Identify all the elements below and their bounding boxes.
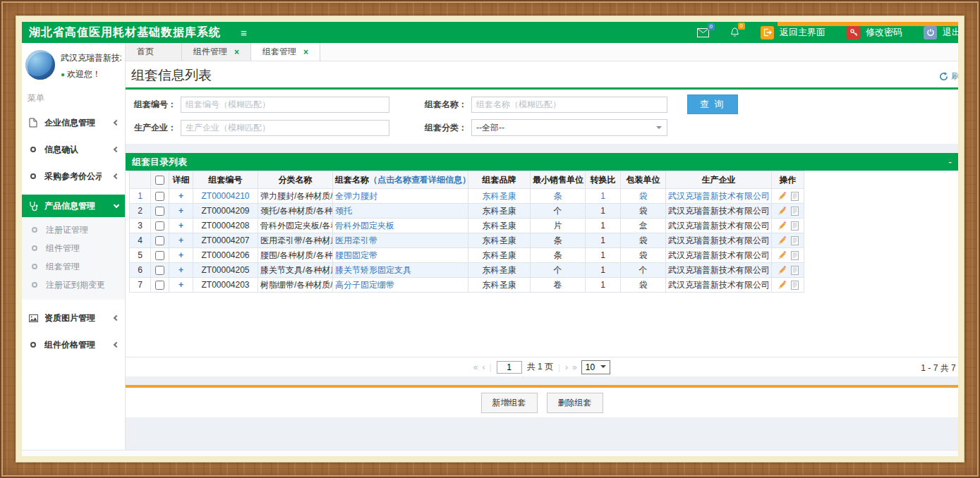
manufacturer-input[interactable] [181,120,389,136]
bell-icon[interactable]: 0 [730,27,739,37]
sidebar-item-reference-price[interactable]: 采购参考价公示 [22,168,125,185]
min-sale-unit: 条 [531,248,586,263]
table-header-row: 详细 组套编号 分类名称 组套名称（点击名称查看详细信息） 组套品牌 最小销售单… [130,171,804,189]
document-icon[interactable] [791,281,799,290]
avatar[interactable] [25,50,55,80]
table-row[interactable]: 1 + ZT00004210 弹力腰封/各种材质/各种规格 全弹力腰封 东科圣康… [130,189,804,204]
edit-icon[interactable] [778,207,787,216]
last-page-button[interactable]: » [572,362,576,372]
set-name-link[interactable]: 膝关节矫形固定支具 [335,265,411,275]
sidebar-item-enterprise-info[interactable]: 企业信息管理 [22,114,125,131]
row-actions [772,233,804,248]
prev-page-button[interactable]: ‹ [483,362,485,372]
first-page-button[interactable]: « [473,362,478,372]
tab-component-mgmt[interactable]: 组件管理× [182,43,251,61]
total-pages-label: 共 1 页 [527,361,553,373]
set-name-link[interactable]: 骨科外固定夹板 [335,221,394,231]
row-checkbox[interactable] [155,207,164,216]
edit-icon[interactable] [778,192,787,201]
document-icon[interactable] [791,207,799,216]
power-icon [924,26,937,39]
row-checkbox[interactable] [155,192,164,201]
sidebar-item-info-confirm[interactable]: 信息确认 [22,141,125,158]
query-button[interactable]: 查 询 [687,94,738,114]
app-screen: 湖北省高值医用耗材基础数据库系统 ≡ 0 0 返回主界面 修改密码 [22,22,958,456]
bell-badge: 0 [738,23,745,30]
set-name-link[interactable]: 全弹力腰封 [335,191,377,201]
close-icon[interactable]: × [303,47,308,57]
expand-button[interactable]: + [169,219,193,233]
document-icon[interactable] [791,266,799,275]
edit-icon[interactable] [778,221,787,231]
row-index: 6 [130,263,151,278]
edit-icon[interactable] [778,236,787,245]
exit-icon [761,26,774,39]
sidebar-item-set-mgmt[interactable]: 组套管理 [22,257,125,276]
close-icon[interactable]: × [234,47,239,57]
set-name-link[interactable]: 腰围固定带 [335,250,377,260]
add-set-button[interactable]: 新增组套 [481,393,538,413]
chevron-left-icon [114,173,119,179]
table-row[interactable]: 6 + ZT00004205 膝关节支具/各种材质/各种规格 膝关节矫形固定支具… [130,263,804,278]
row-checkbox[interactable] [155,236,164,245]
collapse-button[interactable]: - [948,157,952,168]
tab-home[interactable]: 首页 [126,43,182,61]
select-all-checkbox[interactable] [155,176,164,185]
edit-icon[interactable] [778,281,787,290]
hamburger-icon[interactable]: ≡ [241,27,247,38]
table-row[interactable]: 7 + ZT00004203 树脂绷带/各种材质/各种规格 高分子固定绷带 东科… [130,278,804,293]
mail-icon[interactable]: 0 [697,28,709,37]
table-row[interactable]: 4 + ZT00004207 医用牵引带/各种材质/各种规格 医用牵引带 东科圣… [130,233,804,248]
page-size-select[interactable]: 10 [581,360,610,374]
expand-button[interactable]: + [169,278,193,293]
document-icon[interactable] [791,221,799,231]
delete-set-button[interactable]: 删除组套 [547,393,603,413]
category-name: 骨科外固定夹板/各种材质/各种规格 [258,219,333,233]
sidebar-item-product-info[interactable]: 产品信息管理 [22,195,125,217]
set-code-input[interactable] [181,97,389,113]
set-name-link[interactable]: 高分子固定绷带 [335,280,394,290]
set-name-link[interactable]: 医用牵引带 [335,235,377,245]
sidebar-item-component-price[interactable]: 组件价格管理 [22,336,125,353]
circle-icon [30,227,40,233]
tab-set-mgmt[interactable]: 组套管理× [251,43,320,61]
set-brand: 东科圣康 [468,219,531,233]
row-checkbox-cell [151,278,169,293]
edit-icon[interactable] [778,251,787,260]
select-all-cell [151,171,169,189]
refresh-button[interactable]: 刷新 [939,71,958,82]
sidebar-item-qualification-images[interactable]: 资质图片管理 [22,310,125,326]
sidebar-item-cert-expiry[interactable]: 注册证到期变更 [22,276,125,294]
row-checkbox[interactable] [155,251,164,260]
document-icon[interactable] [791,251,799,260]
row-checkbox[interactable] [155,281,164,290]
set-name-input[interactable] [471,97,667,113]
row-checkbox[interactable] [155,266,164,275]
expand-button[interactable]: + [169,263,193,278]
document-icon[interactable] [791,236,799,245]
expand-button[interactable]: + [169,204,193,219]
table-row[interactable]: 2 + ZT00004209 颈托/各种材质/各种规格 颈托 东科圣康 个 1 … [130,204,804,219]
expand-button[interactable]: + [169,189,193,204]
min-sale-unit: 个 [531,263,586,278]
return-main-button[interactable]: 返回主界面 [761,26,825,39]
set-name-link[interactable]: 颈托 [335,206,352,216]
expand-button[interactable]: + [169,248,193,263]
table-row[interactable]: 5 + ZT00004206 腰围/各种材质/各种规格 腰围固定带 东科圣康 条… [130,248,804,263]
row-index: 4 [130,233,151,248]
page-number-input[interactable] [497,361,522,374]
sidebar-item-component-mgmt[interactable]: 组件管理 [22,239,125,257]
edit-icon[interactable] [778,266,787,275]
category-select[interactable]: --全部-- [471,119,667,136]
horizontal-scrollbar-track[interactable] [22,450,958,456]
mail-badge: 0 [708,23,715,30]
expand-button[interactable]: + [169,233,193,248]
category-name: 医用牵引带/各种材质/各种规格 [258,233,333,248]
table-row[interactable]: 3 + ZT00004208 骨科外固定夹板/各种材质/各种规格 骨科外固定夹板… [130,219,804,233]
logout-button[interactable]: 退出 [924,26,958,39]
document-icon[interactable] [791,192,799,201]
row-checkbox[interactable] [155,221,164,231]
sidebar-item-registration-cert[interactable]: 注册证管理 [22,221,125,239]
change-password-button[interactable]: 修改密码 [847,26,902,39]
next-page-button[interactable]: › [565,362,567,372]
